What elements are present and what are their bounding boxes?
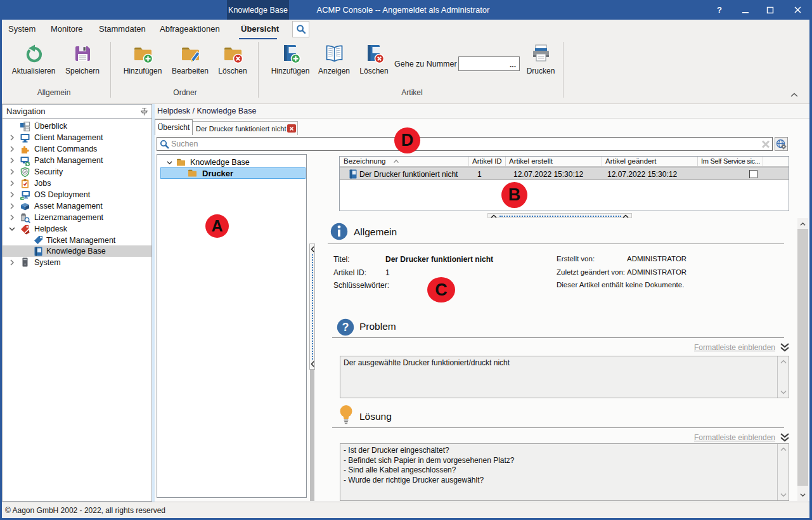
column-header-artikel-id[interactable]: Artikel ID [472,157,502,165]
save-button[interactable]: Speichern [58,43,106,80]
title-tab-knowledge-base[interactable]: Knowledge Base [227,0,289,20]
tree-item-knowledge-base[interactable]: Knowledge Base [158,157,306,168]
scroll-down-icon[interactable] [800,493,806,497]
minimize-icon [742,6,749,14]
search-bar[interactable] [157,137,773,151]
folder-add-button[interactable]: Hinzufügen [119,43,167,80]
splitter-track [310,370,314,501]
double-chevron-down-icon[interactable] [780,343,790,352]
menu-item-monitore[interactable]: Monitore [51,20,83,38]
collapse-up-icon [491,214,497,218]
sidebar-item-client-management[interactable]: Client Management [3,132,151,143]
article-table: Bezeichnung Artikel ID Artikel erstellt … [339,156,789,211]
sidebar-item-os-deployment[interactable]: OS Deployment [3,189,151,200]
article-view-icon [324,43,345,64]
search-input[interactable] [171,138,742,150]
sidebar-item-system[interactable]: System [3,257,151,268]
vertical-splitter[interactable] [309,244,315,370]
column-header-self-service[interactable]: Im Self Service sic... [701,157,760,165]
clear-search-icon[interactable] [761,140,770,148]
jobs-icon [20,178,30,189]
article-add-icon [280,43,301,64]
system-icon [20,257,30,268]
sidebar-item-helpdesk[interactable]: Helpdesk [3,223,151,235]
scroll-up-icon[interactable] [780,447,787,452]
splitter-dots [499,216,621,217]
menu-item-system[interactable]: System [8,20,35,38]
section-rule [328,244,784,244]
table-row[interactable]: Der Drucker funktioniert nicht 1 12.07.2… [340,167,789,180]
folder-delete-button[interactable]: Löschen [209,43,257,80]
close-button[interactable] [788,0,807,20]
article-delete-button[interactable]: Löschen [350,43,398,80]
cell-artikel-erstellt: 12.07.2022 15:30:12 [513,170,583,179]
collapse-left-icon [311,246,314,252]
folder-tree-panel: Knowledge Base Drucker [157,154,307,498]
scroll-down-icon[interactable] [780,390,787,394]
maximize-button[interactable] [761,0,780,20]
sidebar-item-patch-management[interactable]: Patch Management [3,155,151,166]
sidebar-item-knowledge-base[interactable]: Knowledge Base [3,245,151,257]
scroll-down-icon[interactable] [780,493,787,497]
print-button[interactable]: Drucken [517,43,565,80]
close-icon [794,6,802,14]
expand-chevron-icon [8,168,16,176]
sidebar-item-security[interactable]: Security [3,166,151,178]
sidebar-item-label: Security [34,167,63,176]
sidebar-item-ueberblick[interactable]: Überblick [3,120,151,132]
problem-text: Der ausgewählte Drucker funktioniert/dru… [344,358,510,368]
column-header-artikel-geaendert[interactable]: Artikel geändert [605,157,657,165]
sidebar-item-asset-management[interactable]: Asset Management [3,200,151,212]
tab-close-button[interactable] [287,124,296,133]
refresh-button[interactable]: Aktualisieren [10,43,58,80]
format-toolbar-link[interactable]: Formatleiste einblenden [694,343,775,352]
menu-item-uebersicht[interactable]: Übersicht [241,20,279,38]
section-rule [332,427,784,428]
sidebar-item-client-commands[interactable]: Client Commands [3,143,151,155]
tree-item-drucker[interactable]: Drucker [160,167,306,179]
solution-textarea[interactable]: - Ist der Drucker eingeschaltet? - Befin… [340,443,789,501]
tab-article[interactable]: Der Drucker funktioniert nicht [193,121,298,135]
double-chevron-down-icon[interactable] [780,433,790,442]
lightbulb-icon [338,405,354,426]
detail-scrollbar[interactable] [797,218,808,501]
web-search-button[interactable] [775,137,788,151]
minimize-button[interactable] [736,0,755,20]
save-icon [72,43,93,64]
sidebar-item-lizenzmanagement[interactable]: Lizenzmanagement [3,212,151,223]
sidebar-item-label: Überblick [34,122,67,131]
scroll-up-icon[interactable] [800,222,806,226]
self-service-checkbox[interactable] [749,170,757,178]
tab-uebersicht[interactable]: Übersicht [155,119,193,135]
scrollbar-thumb[interactable] [797,229,808,486]
sidebar-item-label: Client Commands [34,145,97,153]
chevron-up-icon [790,92,799,98]
help-button[interactable]: ? [710,0,729,20]
folder-icon [188,169,197,178]
column-header-bezeichnung[interactable]: Bezeichnung [344,157,386,165]
textarea-scrollbar[interactable] [777,356,789,398]
scroll-up-icon[interactable] [780,360,787,364]
menu-item-abfrageaktionen[interactable]: Abfrageaktionen [160,20,220,38]
cell-bezeichnung: Der Drucker funktioniert nicht [359,170,458,179]
folder-edit-button[interactable]: Bearbeiten [166,43,214,80]
save-label: Speichern [65,67,100,75]
horizontal-splitter[interactable] [487,213,632,218]
problem-textarea[interactable]: Der ausgewählte Drucker funktioniert/dru… [340,356,789,398]
ribbon-collapse-button[interactable] [790,89,801,98]
no-documents-note: Dieser Artikel enthält keine Dokumente. [557,281,684,289]
folder-edit-label: Bearbeiten [172,67,209,75]
folder-delete-icon [222,43,243,64]
asset-management-icon [20,201,30,212]
sidebar-item-jobs[interactable]: Jobs [3,178,151,189]
pin-icon[interactable] [139,107,148,119]
column-header-artikel-erstellt[interactable]: Artikel erstellt [509,157,553,165]
solution-text: - Ist der Drucker eingeschaltet? - Befin… [344,446,515,486]
format-toolbar-link[interactable]: Formatleiste einblenden [694,433,775,442]
sidebar-item-ticket-management[interactable]: Ticket Management [3,235,151,246]
column-divider [763,157,763,166]
textarea-scrollbar[interactable] [777,444,789,500]
menu-search-button[interactable] [292,21,309,37]
article-add-button[interactable]: Hinzufügen [266,43,314,80]
menu-item-stammdaten[interactable]: Stammdaten [99,20,146,38]
